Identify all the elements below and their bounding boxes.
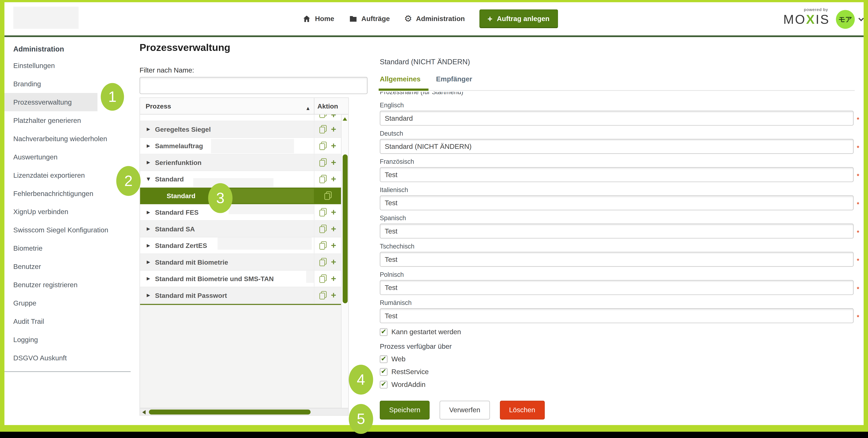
englisch-input[interactable]: [380, 111, 854, 126]
tschechisch-input[interactable]: [380, 252, 854, 267]
vertical-scrollbar-thumb[interactable]: [343, 154, 348, 303]
filter-input[interactable]: [140, 77, 368, 94]
collapse-arrow-icon[interactable]: [147, 177, 155, 182]
add-icon[interactable]: +: [331, 125, 336, 134]
table-row[interactable]: Standard mit Passwort +: [140, 287, 341, 304]
sidebar-item-benutzer[interactable]: Benutzer: [4, 257, 97, 276]
sidebar-item-biometrie[interactable]: Biometrie: [4, 239, 97, 257]
franzoesisch-input[interactable]: [380, 167, 854, 182]
column-header-aktion: Aktion: [314, 98, 341, 114]
expand-arrow-icon[interactable]: [147, 160, 155, 165]
sidebar-item-dsgvo[interactable]: DSGVO Auskunft: [4, 349, 97, 367]
table-row[interactable]: Sammelauftrag +: [140, 138, 341, 154]
sidebar-item-swisscom[interactable]: Swisscom Siegel Konfiguration: [4, 221, 97, 239]
checkbox-icon[interactable]: [380, 381, 388, 388]
expand-arrow-icon[interactable]: [147, 143, 155, 148]
sidebar-item-fehlerbenachrichtigungen[interactable]: Fehlerbenachrichtigungen: [4, 184, 97, 202]
copy-icon[interactable]: [319, 291, 327, 300]
copy-icon[interactable]: [319, 208, 327, 216]
table-row[interactable]: Standard mit Biometrie +: [140, 254, 341, 271]
add-icon[interactable]: +: [331, 158, 336, 167]
restservice-checkbox-row[interactable]: RestService: [380, 368, 854, 376]
sidebar-item-prozessverwaltung[interactable]: Prozessverwaltung: [4, 93, 97, 111]
expand-arrow-icon[interactable]: [147, 210, 155, 215]
add-icon[interactable]: +: [331, 115, 336, 120]
copy-icon[interactable]: [319, 158, 327, 166]
deutsch-input[interactable]: [380, 139, 854, 154]
save-button[interactable]: Speichern: [380, 401, 430, 419]
rumaenisch-input[interactable]: [380, 308, 854, 323]
home-icon: [302, 14, 311, 23]
polnisch-input[interactable]: [380, 280, 854, 295]
table-row-selected[interactable]: Standard +: [140, 188, 341, 204]
wordaddin-checkbox-row[interactable]: WordAddin: [380, 381, 854, 388]
sidebar-item-branding[interactable]: Branding: [4, 75, 97, 93]
expand-arrow-icon[interactable]: [147, 127, 155, 132]
sidebar-item-platzhalter[interactable]: Platzhalter generieren: [4, 111, 97, 130]
checkbox-icon[interactable]: [380, 355, 388, 363]
table-row[interactable]: Geregeltes Siegel +: [140, 121, 341, 138]
discard-button[interactable]: Verwerfen: [440, 401, 490, 419]
chevron-down-icon[interactable]: [858, 16, 864, 21]
scroll-left-icon[interactable]: [143, 410, 146, 415]
expand-arrow-icon[interactable]: [147, 243, 155, 248]
table-row[interactable]: Standard +: [140, 171, 341, 188]
can-start-checkbox-row[interactable]: Kann gestartet werden: [380, 328, 854, 336]
expand-arrow-icon[interactable]: [147, 226, 155, 231]
sidebar-item-xignup[interactable]: XignUp verbinden: [4, 202, 97, 221]
spanisch-input[interactable]: [380, 223, 854, 239]
add-icon[interactable]: +: [331, 257, 336, 267]
sidebar-item-audit-trail[interactable]: Audit Trail: [4, 312, 97, 331]
table-row-clipped[interactable]: +: [140, 115, 341, 121]
horizontal-scrollbar[interactable]: [140, 408, 348, 415]
nav-item-administration[interactable]: ⚙ Administration: [404, 14, 465, 23]
sidebar-item-auswertungen[interactable]: Auswertungen: [4, 148, 97, 166]
nav-item-auftraege[interactable]: Aufträge: [349, 14, 390, 23]
copy-icon[interactable]: [319, 115, 327, 118]
expand-arrow-icon[interactable]: [147, 293, 155, 298]
sidebar-item-einstellungen[interactable]: Einstellungen: [4, 56, 97, 75]
add-icon[interactable]: +: [331, 208, 336, 217]
copy-icon[interactable]: [319, 225, 327, 233]
add-icon[interactable]: +: [331, 175, 336, 183]
add-icon[interactable]: +: [331, 224, 336, 233]
sidebar-item-logging[interactable]: Logging: [4, 331, 97, 349]
copy-icon[interactable]: [319, 258, 327, 266]
expand-arrow-icon[interactable]: [147, 259, 155, 264]
sort-asc-icon[interactable]: [307, 103, 310, 111]
copy-icon[interactable]: [319, 125, 327, 133]
copy-icon[interactable]: [319, 275, 327, 283]
avatar[interactable]: モア: [836, 10, 855, 29]
table-row[interactable]: Standard mit Biometrie und SMS-TAN +: [140, 271, 341, 287]
scroll-up-icon[interactable]: [343, 117, 347, 121]
table-row[interactable]: Standard FES +: [140, 204, 341, 221]
sidebar-item-benutzer-registrieren[interactable]: Benutzer registrieren: [4, 276, 97, 294]
add-icon[interactable]: +: [331, 291, 336, 300]
checkbox-icon[interactable]: [380, 368, 388, 376]
vertical-scrollbar[interactable]: [341, 115, 348, 408]
table-row[interactable]: Standard SA +: [140, 221, 341, 237]
tab-allgemeines[interactable]: Allgemeines: [380, 75, 421, 88]
horizontal-scrollbar-thumb[interactable]: [149, 409, 311, 414]
table-row[interactable]: Serienfunktion +: [140, 154, 341, 171]
copy-icon[interactable]: [319, 241, 327, 249]
copy-icon[interactable]: [319, 142, 327, 150]
italienisch-input[interactable]: [380, 195, 854, 210]
copy-icon[interactable]: [319, 175, 327, 183]
expand-arrow-icon[interactable]: [147, 276, 155, 281]
web-checkbox-row[interactable]: Web: [380, 355, 854, 363]
add-icon[interactable]: +: [331, 274, 336, 283]
delete-button[interactable]: Löschen: [500, 401, 545, 419]
sidebar-item-gruppe[interactable]: Gruppe: [4, 294, 97, 312]
create-order-button[interactable]: + Auftrag anlegen: [479, 9, 558, 28]
add-icon[interactable]: +: [331, 241, 336, 250]
copy-icon[interactable]: [324, 191, 331, 200]
sidebar-item-lizenzdatei[interactable]: Lizenzdatei exportieren: [4, 166, 97, 184]
table-row[interactable]: Standard ZertES +: [140, 238, 341, 254]
add-icon[interactable]: +: [331, 142, 336, 150]
nav-item-home[interactable]: Home: [302, 14, 334, 23]
checkbox-icon[interactable]: [380, 328, 388, 336]
column-header-prozess[interactable]: Prozess: [140, 98, 314, 114]
sidebar-item-nachverarbeitung[interactable]: Nachverarbeitung wiederholen: [4, 130, 97, 148]
tab-empfaenger[interactable]: Empfänger: [436, 75, 472, 88]
